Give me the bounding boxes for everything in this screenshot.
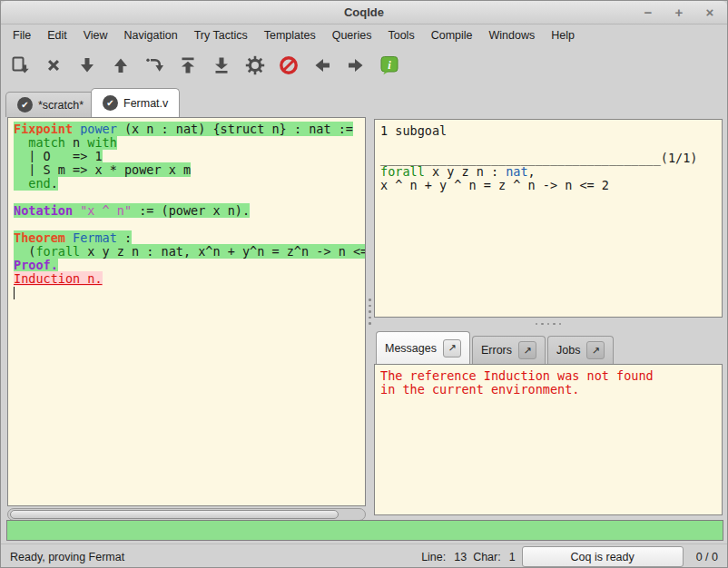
step-backward-icon: [110, 54, 132, 76]
tab-messages[interactable]: Messages↗: [376, 331, 470, 364]
tab-scratch[interactable]: ✔ *scratch*: [5, 92, 95, 117]
fully-check-icon: [244, 54, 266, 76]
code-line: Theorem Fermat :: [14, 231, 365, 245]
code-line: Fixpoint power (x n : nat) {struct n} : …: [14, 122, 365, 136]
previous-icon: [311, 54, 333, 76]
menu-windows[interactable]: Windows: [481, 26, 544, 44]
next-icon: [345, 54, 367, 76]
tab-errors[interactable]: Errors↗: [472, 336, 546, 364]
menu-queries[interactable]: Queries: [324, 26, 380, 44]
close-icon: [43, 54, 64, 76]
line-value: 13: [454, 551, 467, 563]
interrupt-icon: [278, 54, 300, 76]
menu-try-tactics[interactable]: Try Tactics: [186, 26, 256, 44]
go-to-end-icon: [211, 54, 232, 76]
code-line: in the current environment.: [380, 383, 722, 397]
messages-text: The reference Induction was not foundin …: [375, 365, 722, 397]
slaves-counter: 0 / 0: [696, 551, 718, 563]
maximize-button[interactable]: +: [671, 1, 687, 24]
code-line: The reference Induction was not found: [380, 369, 722, 383]
code-line: Proof.: [14, 259, 365, 272]
code-line: end.: [14, 177, 365, 191]
status-text: Ready, proving Fermat: [10, 551, 124, 563]
tab-label: Messages: [385, 342, 437, 355]
minimize-button[interactable]: −: [640, 1, 656, 24]
step-forward-button[interactable]: [74, 51, 101, 80]
menu-view[interactable]: View: [75, 26, 116, 44]
char-value: 1: [509, 551, 516, 563]
code-line: match n with: [14, 136, 365, 150]
about-icon: i: [379, 54, 400, 76]
goals-text: 1 subgoal_______________________________…: [375, 120, 722, 192]
menu-edit[interactable]: Edit: [39, 26, 75, 44]
detach-icon[interactable]: ↗: [518, 341, 536, 359]
tab-fermatv[interactable]: ✔ Fermat.v: [91, 88, 180, 117]
code-line: Notation "x ^ n" := (power x n).: [14, 204, 365, 218]
code-line: x ^ n + y ^ n = z ^ n -> n <= 2: [380, 179, 722, 192]
messages-panel[interactable]: The reference Induction was not foundin …: [374, 364, 723, 515]
script-code: Fixpoint power (x n : nat) {struct n} : …: [8, 118, 365, 299]
go-to-start-button[interactable]: [174, 51, 202, 80]
hscrollbar-thumb[interactable]: [10, 510, 339, 519]
go-to-start-icon: [177, 54, 199, 76]
tab-label: *scratch*: [38, 99, 84, 112]
code-line: [14, 191, 365, 204]
go-to-cursor-button[interactable]: [141, 51, 168, 80]
menu-tools[interactable]: Tools: [379, 26, 422, 44]
tab-label: Errors: [481, 344, 512, 357]
about-button[interactable]: i: [376, 51, 403, 80]
code-line: [380, 138, 722, 152]
check-circle-icon: ✔: [17, 97, 33, 113]
code-line: [14, 286, 365, 299]
progress-bar: [6, 520, 723, 541]
code-line: ______________________________________(1…: [380, 152, 722, 165]
check-circle-icon: ✔: [103, 95, 118, 111]
editor-hscrollbar[interactable]: [7, 508, 366, 521]
tab-label: Fermat.v: [123, 97, 168, 110]
code-line: forall x y z n : nat,: [380, 165, 722, 179]
char-label: Char:: [473, 551, 501, 563]
code-line: 1 subgoal: [380, 124, 722, 138]
svg-text:i: i: [388, 59, 391, 72]
code-line: (forall x y z n : nat, x^n + y^n = z^n -…: [14, 245, 365, 259]
save-button[interactable]: [6, 51, 34, 80]
next-button[interactable]: [342, 51, 369, 80]
code-line: [14, 218, 365, 231]
menubar: FileEditViewNavigationTry TacticsTemplat…: [1, 24, 727, 45]
interrupt-button[interactable]: [275, 51, 302, 80]
line-label: Line:: [421, 551, 446, 563]
close-button[interactable]: ×: [702, 1, 718, 24]
save-icon: [9, 54, 31, 76]
fully-check-button[interactable]: [241, 51, 269, 80]
code-line: | O => 1: [14, 150, 365, 163]
text-cursor: [14, 287, 15, 299]
tab-label: Jobs: [556, 344, 580, 357]
menu-help[interactable]: Help: [543, 26, 583, 44]
window-title: CoqIde: [344, 5, 384, 19]
code-line: Induction n.: [14, 272, 365, 286]
vertical-splitter[interactable]: [366, 117, 374, 506]
previous-button[interactable]: [309, 51, 336, 80]
status-right: Line: 13 Char: 1 Coq is ready 0 / 0: [421, 546, 718, 567]
code-line: | S m => x * power x m: [14, 163, 365, 177]
step-backward-button[interactable]: [107, 51, 134, 80]
menu-navigation[interactable]: Navigation: [116, 26, 186, 44]
horizontal-splitter[interactable]: [374, 318, 723, 330]
goals-panel[interactable]: 1 subgoal_______________________________…: [374, 119, 723, 318]
menu-templates[interactable]: Templates: [256, 26, 324, 44]
menu-compile[interactable]: Compile: [423, 26, 481, 44]
messages-tabbar: Messages↗Errors↗Jobs↗: [374, 330, 723, 364]
close-buffer-button[interactable]: [40, 51, 67, 80]
coq-status-button[interactable]: Coq is ready: [522, 546, 684, 567]
step-forward-icon: [76, 54, 98, 76]
detach-icon[interactable]: ↗: [443, 339, 461, 357]
titlebar: CoqIde −+×: [1, 1, 727, 24]
tab-jobs[interactable]: Jobs↗: [547, 336, 614, 364]
go-to-cursor-icon: [143, 54, 165, 76]
toolbar: i: [1, 45, 727, 85]
detach-icon[interactable]: ↗: [586, 341, 605, 359]
script-editor[interactable]: Fixpoint power (x n : nat) {struct n} : …: [7, 117, 366, 506]
go-to-end-button[interactable]: [208, 51, 235, 80]
statusbar: Ready, proving Fermat Line: 13 Char: 1 C…: [1, 544, 727, 568]
menu-file[interactable]: File: [5, 26, 39, 44]
